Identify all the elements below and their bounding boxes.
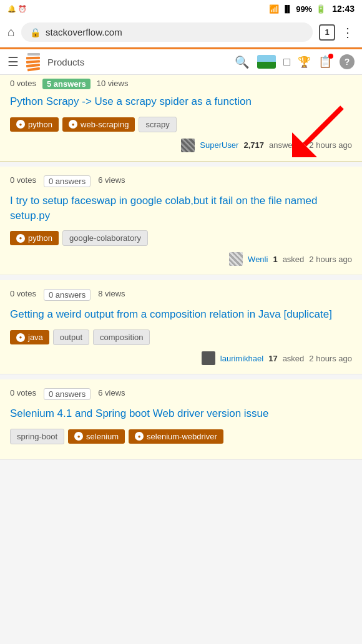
question-footer-partial: SuperUser 2,717 answered 2 hours ago xyxy=(10,139,352,152)
q3-tag-selenium-webdriver[interactable]: selenium-webdriver xyxy=(129,429,223,444)
questions-list: 0 votes 5 answers 10 views Python Scrapy… xyxy=(0,75,362,460)
help-icon[interactable]: ? xyxy=(340,54,355,69)
so-logo[interactable] xyxy=(26,53,40,71)
question-card-3: 0 votes 0 answers 6 views Selenium 4.1 a… xyxy=(0,379,362,460)
q2-meta: 0 votes 0 answers 8 views xyxy=(10,289,352,301)
q1-views: 6 views xyxy=(98,175,125,187)
q2-user-avatar xyxy=(202,351,215,365)
q3-watch-icon xyxy=(74,432,83,441)
q3-tag-selenium[interactable]: selenium xyxy=(68,429,125,444)
wifi-icon: 📶 xyxy=(269,4,279,14)
search-icon[interactable]: 🔍 xyxy=(235,55,250,69)
time: 12:43 xyxy=(332,4,355,14)
tag-python-watched[interactable]: python xyxy=(10,117,59,132)
q1-time: 2 hours ago xyxy=(309,255,352,264)
votes-count: 0 votes xyxy=(10,79,36,89)
q3-answers: 0 answers xyxy=(44,388,90,400)
watch-icon xyxy=(16,120,25,129)
address-bar[interactable]: 🔒 stackoverflow.com xyxy=(21,22,313,42)
user-name-superuser[interactable]: SuperUser xyxy=(200,140,238,150)
q2-time: 2 hours ago xyxy=(309,354,352,363)
q2-tag-output[interactable]: output xyxy=(53,329,89,345)
question-card-2: 0 votes 0 answers 8 views Getting a weir… xyxy=(0,280,362,374)
q1-answers: 0 answers xyxy=(44,175,90,187)
question-card-1: 0 votes 0 answers 6 views I try to setup… xyxy=(0,167,362,276)
q2-user-name[interactable]: laurimikhael xyxy=(220,354,263,363)
q1-user-name[interactable]: Wenli xyxy=(248,255,268,264)
nav-icons: 🔍 □ 🏆 📋 ? xyxy=(235,54,355,69)
browser-chrome: ⌂ 🔒 stackoverflow.com 1 ⋮ xyxy=(0,17,362,47)
q1-tag-google-colab[interactable]: google-colaboratory xyxy=(62,230,148,246)
photo-icon[interactable] xyxy=(257,55,276,69)
products-nav[interactable]: Products xyxy=(47,57,84,67)
q2-tag-composition[interactable]: composition xyxy=(93,329,150,345)
so-navbar: ☰ Products 🔍 □ 🏆 📋 ? xyxy=(0,47,362,75)
q1-footer: Wenli 1 asked 2 hours ago xyxy=(10,252,352,266)
q3-tags: spring-boot selenium selenium-webdriver xyxy=(10,429,352,444)
notification-dot xyxy=(328,54,333,59)
q1-votes: 0 votes xyxy=(10,175,36,187)
url-text: stackoverflow.com xyxy=(46,27,122,37)
question-card-partial: 0 votes 5 answers 10 views Python Scrapy… xyxy=(0,75,362,162)
q3-watch-icon2 xyxy=(135,432,144,441)
status-bar: 🔔 ⏰ 📶 ▐▌ 99% 🔋 12:43 xyxy=(0,0,362,17)
q3-meta: 0 votes 0 answers 6 views xyxy=(10,388,352,400)
q1-tags: python google-colaboratory xyxy=(10,230,352,246)
user-avatar-superuser xyxy=(181,139,195,152)
question-title-link-partial[interactable]: Python Scrapy -> Use a scrapy spider as … xyxy=(10,94,352,109)
answer-time: 2 hours ago xyxy=(309,140,352,150)
q1-action: asked xyxy=(283,255,305,264)
trophy-icon[interactable]: 🏆 xyxy=(298,56,311,69)
q1-tag-python[interactable]: python xyxy=(10,231,59,245)
lock-icon: 🔒 xyxy=(30,27,41,37)
views-count: 10 views xyxy=(97,79,129,89)
watch-icon2 xyxy=(69,120,77,129)
tab-count-badge[interactable]: 1 xyxy=(319,24,335,41)
review-icon-wrapper[interactable]: 📋 xyxy=(318,55,332,69)
q2-action: asked xyxy=(283,354,305,363)
q1-user-rep: 1 xyxy=(273,255,277,264)
q2-tag-java[interactable]: java xyxy=(10,330,49,344)
q1-meta: 0 votes 0 answers 6 views xyxy=(10,175,352,187)
q3-votes: 0 votes xyxy=(10,388,36,400)
partial-meta: 0 votes 5 answers 10 views xyxy=(10,79,352,89)
q3-views: 6 views xyxy=(98,388,125,400)
q2-title-link[interactable]: Getting a weird output from a compositio… xyxy=(10,307,352,322)
q1-watch-icon xyxy=(16,234,25,243)
tag-scrapy[interactable]: scrapy xyxy=(139,117,176,132)
user-rep-superuser: 2,717 xyxy=(243,140,264,150)
q1-title-link[interactable]: I try to setup faceswap in google colab,… xyxy=(10,193,352,223)
question-tags-partial: python web-scraping scrapy xyxy=(10,117,352,132)
q2-views: 8 views xyxy=(98,289,125,301)
q2-answers: 0 answers xyxy=(44,289,90,301)
answer-action: answered xyxy=(269,140,304,150)
q3-tag-spring-boot[interactable]: spring-boot xyxy=(10,429,64,444)
home-button[interactable]: ⌂ xyxy=(7,25,15,39)
tag-web-scraping-watched[interactable]: web-scraping xyxy=(62,117,135,132)
battery-text: 99% xyxy=(296,4,312,14)
answers-count: 5 answers xyxy=(42,79,90,89)
q2-tags: java output composition xyxy=(10,329,352,345)
q3-title-link[interactable]: Selenium 4.1 and Spring boot Web driver … xyxy=(10,406,352,421)
q2-user-rep: 17 xyxy=(268,354,277,363)
status-icons: 🔔 ⏰ xyxy=(7,5,27,13)
q2-footer: laurimikhael 17 asked 2 hours ago xyxy=(10,351,352,365)
signal-icon: ▐▌ xyxy=(283,5,293,12)
inbox-icon[interactable]: □ xyxy=(283,56,290,69)
q1-user-avatar xyxy=(229,252,243,266)
browser-menu-button[interactable]: ⋮ xyxy=(341,25,355,40)
q2-watch-icon xyxy=(16,333,25,342)
so-logo-icon xyxy=(26,53,40,71)
q2-votes: 0 votes xyxy=(10,289,36,301)
battery-icon: 🔋 xyxy=(316,4,326,14)
hamburger-menu[interactable]: ☰ xyxy=(7,54,19,69)
